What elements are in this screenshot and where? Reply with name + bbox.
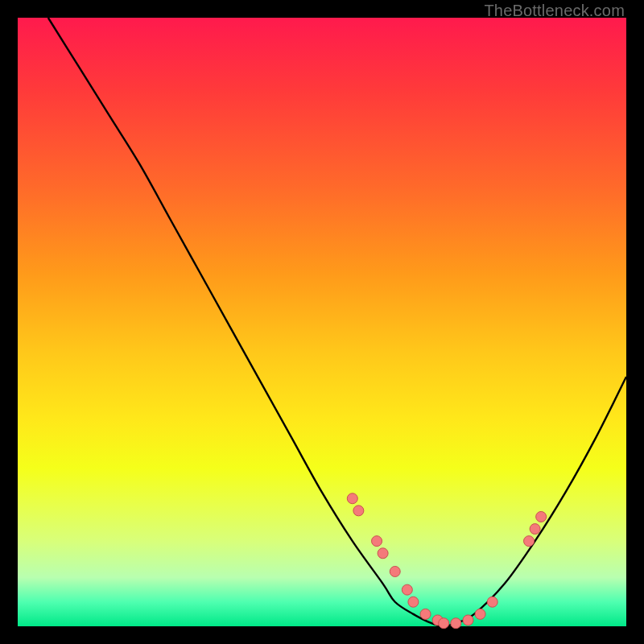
curve-marker <box>390 566 400 576</box>
curve-marker <box>439 618 449 629</box>
curve-marker <box>420 609 431 619</box>
bottleneck-curve <box>48 18 626 626</box>
curve-markers <box>347 493 546 629</box>
curve-marker <box>530 524 540 535</box>
curve-marker <box>475 609 485 619</box>
curve-marker <box>524 536 535 547</box>
curve-marker <box>402 584 412 595</box>
curve-marker <box>372 536 382 547</box>
curve-marker <box>378 548 388 559</box>
chart-frame: TheBottleneck.com <box>0 0 644 644</box>
curve-marker <box>353 506 364 516</box>
curve-marker <box>536 511 547 522</box>
curve-marker <box>463 615 473 625</box>
curve-marker <box>347 493 357 504</box>
curve-marker <box>408 597 419 607</box>
curve-marker <box>451 618 461 629</box>
chart-svg <box>18 18 626 626</box>
attribution-text: TheBottleneck.com <box>484 2 625 20</box>
curve-marker <box>487 597 497 607</box>
